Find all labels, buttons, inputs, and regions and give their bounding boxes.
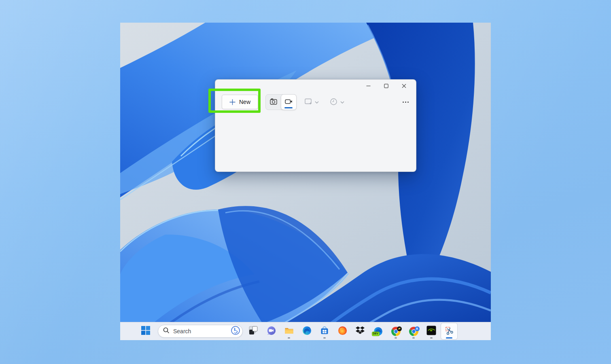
camera-icon	[269, 97, 278, 107]
chat-button[interactable]	[263, 323, 279, 339]
rectangle-snip-icon	[304, 98, 313, 106]
search-icon	[163, 327, 170, 335]
video-camera-icon	[284, 97, 293, 107]
edge-dev-icon: DEV	[373, 326, 383, 336]
edge-dev-button[interactable]: DEV	[370, 323, 386, 339]
task-view-icon	[249, 326, 258, 336]
close-icon	[402, 84, 406, 88]
more-options-button[interactable]	[400, 94, 411, 110]
snip-shape-button	[302, 94, 315, 110]
maximize-button[interactable]	[377, 80, 395, 91]
running-indicator	[395, 337, 397, 339]
running-indicator	[430, 337, 433, 339]
start-button[interactable]	[138, 323, 154, 339]
desktop-screenshot: New	[120, 23, 491, 340]
running-indicator	[323, 337, 326, 339]
record-mode-button[interactable]	[281, 94, 297, 110]
running-indicator	[288, 337, 290, 339]
dropbox-button[interactable]	[352, 323, 368, 339]
maximize-icon	[384, 84, 388, 88]
chrome-beta-icon: A	[409, 326, 419, 336]
snipping-tool-icon	[444, 326, 454, 337]
active-app-indicator	[446, 337, 452, 339]
chevron-down-icon	[315, 94, 319, 110]
nvidia-icon	[426, 326, 436, 337]
running-indicator	[412, 337, 415, 339]
windows-logo-icon	[141, 326, 150, 336]
bing-icon[interactable]	[231, 326, 240, 337]
snip-delay-button	[327, 94, 340, 110]
folder-icon	[284, 326, 294, 337]
dev-badge: DEV	[372, 332, 380, 336]
store-bag-icon	[320, 326, 329, 337]
close-button[interactable]	[395, 80, 413, 91]
chrome-canary-button[interactable]	[388, 323, 404, 339]
nvidia-button[interactable]	[423, 323, 439, 339]
firefox-icon	[337, 326, 348, 337]
file-explorer-button[interactable]	[281, 323, 297, 339]
mode-segmented-control	[265, 94, 297, 110]
chat-icon	[266, 326, 276, 337]
taskbar-search[interactable]	[158, 325, 243, 338]
chrome-beta-button[interactable]: A	[405, 323, 422, 339]
edge-icon	[302, 326, 312, 337]
window-caption-bar	[359, 80, 413, 92]
edge-button[interactable]	[299, 323, 315, 339]
canary-badge	[397, 326, 402, 331]
more-options-icon	[403, 102, 409, 103]
chevron-down-icon	[340, 94, 344, 110]
chrome-canary-icon	[391, 326, 401, 336]
taskbar: DEV	[120, 322, 491, 340]
microsoft-store-button[interactable]	[316, 323, 333, 339]
task-view-button[interactable]	[245, 323, 261, 339]
dropbox-icon	[355, 326, 365, 336]
windows-bloom-wallpaper	[120, 23, 491, 340]
screenshot-mode-button[interactable]	[266, 95, 281, 110]
search-input[interactable]	[173, 328, 231, 334]
beta-badge: A	[415, 326, 420, 331]
firefox-button[interactable]	[334, 323, 350, 339]
minimize-icon	[366, 84, 371, 88]
minimize-button[interactable]	[359, 80, 377, 91]
timer-clock-icon	[330, 98, 337, 107]
snipping-tool-taskbar-button[interactable]	[441, 323, 457, 339]
annotation-highlight-box	[208, 89, 261, 113]
selected-mode-indicator	[284, 107, 293, 108]
